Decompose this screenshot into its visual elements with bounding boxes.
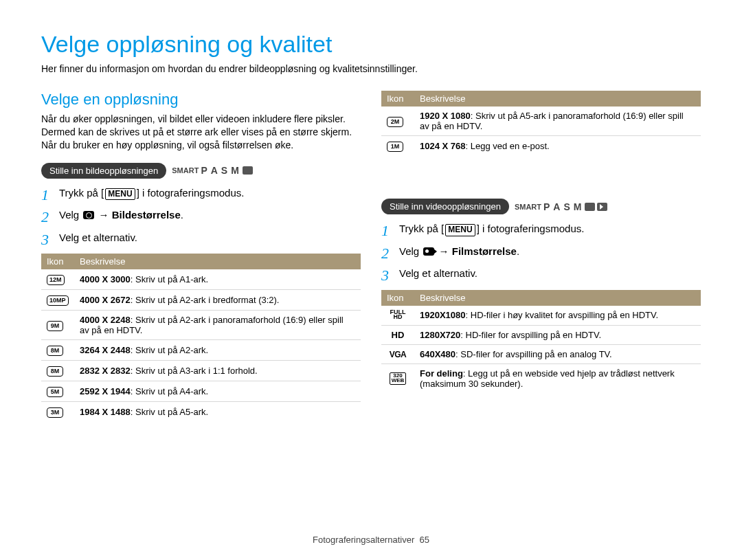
video-res-header: Stille inn videooppløsningen SMART PASM <box>381 199 701 214</box>
image-pill: Stille inn bildeoppløsningen <box>41 163 166 179</box>
res-icon-2m: 2M <box>387 117 403 127</box>
video-icon <box>423 247 434 256</box>
image-res-header: Stille inn bildeoppløsningen SMART PASM <box>41 163 361 179</box>
table-row: FULLHD1920X1080: HD-filer i høy kvalitet… <box>381 306 701 326</box>
step-3: Velg et alternativ. <box>381 266 701 282</box>
image-res-table-cont: Ikon Beskrivelse 2M1920 X 1080: Skriv ut… <box>381 91 701 156</box>
table-row: 8M2832 X 2832: Skriv ut på A3-ark i 1:1 … <box>41 361 361 381</box>
step-1: Trykk på [MENU] i fotograferingsmodus. <box>41 186 361 201</box>
right-column: Ikon Beskrivelse 2M1920 X 1080: Skriv ut… <box>381 91 701 422</box>
table-row: 9M4000 X 2248: Skriv ut på A2-ark i pano… <box>41 311 361 340</box>
th-desc: Beskrivelse <box>74 254 361 269</box>
table-row: 10MP4000 X 2672: Skriv ut på A2-ark i br… <box>41 290 361 311</box>
video-modes: SMART PASM <box>515 201 608 212</box>
step-3: Velg et alternativ. <box>41 230 361 246</box>
page-subtitle: Her finner du informasjon om hvordan du … <box>41 63 701 74</box>
res-icon-8m: 8M <box>47 346 63 356</box>
menu-button-label: MENU <box>105 188 135 201</box>
page-footer: Fotograferingsalternativer 65 <box>0 535 742 545</box>
res-icon-3m: 3M <box>47 407 63 418</box>
table-row: HD1280X720: HD-filer for avspilling på e… <box>381 326 701 345</box>
step-1: Trykk på [MENU] i fotograferingsmodus. <box>381 221 701 237</box>
res-icon-8m-sq: 8M <box>47 366 63 377</box>
table-row: 12M4000 X 3000: Skriv ut på A1-ark. <box>41 269 361 290</box>
fullhd-icon: FULLHD <box>390 310 406 320</box>
table-row: 5M2592 X 1944: Skriv ut på A4-ark. <box>41 381 361 402</box>
res-icon-10mp: 10MP <box>47 295 69 306</box>
scene-icon <box>243 166 253 175</box>
image-modes: SMART PASM <box>172 165 253 176</box>
res-icon-12m: 12M <box>47 275 65 285</box>
camera-icon <box>83 211 94 219</box>
res-icon-5m: 5M <box>47 387 63 397</box>
page-title: Velge oppløsning og kvalitet <box>41 31 701 58</box>
image-steps: Trykk på [MENU] i fotograferingsmodus. V… <box>41 186 361 246</box>
video-res-table: Ikon Beskrivelse FULLHD1920X1080: HD-fil… <box>381 290 701 394</box>
section-desc: Når du øker oppløsningen, vil bildet ell… <box>41 113 361 152</box>
step-2: Velg → Filmstørrelse. <box>381 244 701 260</box>
table-row: 2M1920 X 1080: Skriv ut på A5-ark i pano… <box>381 107 701 136</box>
image-res-table: Ikon Beskrivelse 12M4000 X 3000: Skriv u… <box>41 254 361 422</box>
step-2: Velg → Bildestørrelse. <box>41 208 361 223</box>
web-icon: 320WEB <box>390 372 407 385</box>
table-row: 320WEBFor deling: Legg ut på en webside … <box>381 364 701 394</box>
th-ikon: Ikon <box>381 290 414 306</box>
menu-button-label: MENU <box>445 224 475 236</box>
video-pill: Stille inn videooppløsningen <box>381 199 509 214</box>
video-steps: Trykk på [MENU] i fotograferingsmodus. V… <box>381 221 701 282</box>
th-ikon: Ikon <box>381 91 414 107</box>
video-mode-icon <box>597 203 607 211</box>
table-row: VGA640X480: SD-filer for avspilling på e… <box>381 345 701 364</box>
th-desc: Beskrivelse <box>414 91 701 107</box>
res-icon-9m: 9M <box>47 321 63 331</box>
two-column-layout: Velge en oppløsning Når du øker oppløsni… <box>41 91 701 422</box>
res-icon-1m: 1M <box>387 142 403 152</box>
left-column: Velge en oppløsning Når du øker oppløsni… <box>41 91 361 422</box>
table-row: 3M1984 X 1488: Skriv ut på A5-ark. <box>41 402 361 423</box>
table-row: 1M1024 X 768: Legg ved en e-post. <box>381 136 701 157</box>
hd-icon: HD <box>392 330 405 340</box>
scene-icon <box>585 203 595 211</box>
vga-icon: VGA <box>390 350 407 359</box>
table-row: 8M3264 X 2448: Skriv ut på A2-ark. <box>41 340 361 361</box>
th-ikon: Ikon <box>41 254 74 269</box>
th-desc: Beskrivelse <box>414 290 701 306</box>
section-heading: Velge en oppløsning <box>41 91 361 109</box>
